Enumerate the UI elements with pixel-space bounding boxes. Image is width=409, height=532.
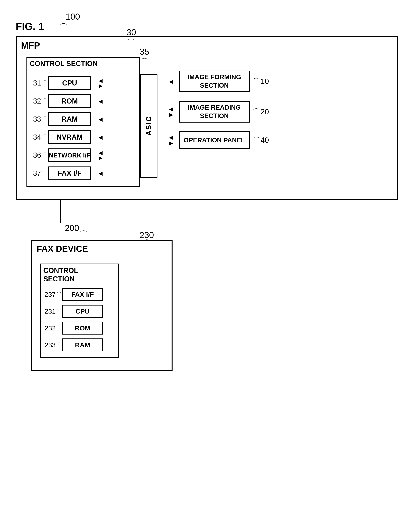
fax-control-section-box: CONTROL SECTION 237 ⌒ FAX I/F 231 ⌒ CPU … <box>40 263 119 358</box>
fax-cpu-box: CPU <box>62 305 103 318</box>
rom-row: 32 ⌒ ROM ◀ <box>30 94 137 108</box>
fax-fax-if-row: 237 ⌒ FAX I/F <box>44 288 115 301</box>
asic-box: ASIC <box>140 74 158 178</box>
ref-35: 35 <box>139 47 149 57</box>
page-container: FIG. 1 100 ⌒ MFP 30 ⌒ CONTROL SECTION 35… <box>16 12 393 371</box>
fax-control-label: CONTROL SECTION <box>43 266 78 283</box>
ref-33: 33 <box>30 115 41 123</box>
ref-10: 10 <box>260 77 269 86</box>
cpu-box: CPU <box>48 76 91 90</box>
ref-200: 200 <box>65 223 79 233</box>
fax-fax-if-box: FAX I/F <box>62 288 103 301</box>
mfp-label: MFP <box>21 40 40 51</box>
ref-34: 34 <box>30 133 41 141</box>
ref-100: 100 <box>65 12 80 22</box>
ref-36: 36 <box>30 151 41 159</box>
operation-panel-box: OPERATION PANEL <box>179 131 250 149</box>
ref-20: 20 <box>260 108 269 116</box>
control-section-label: CONTROL SECTION <box>30 60 98 68</box>
figure-label: FIG. 1 <box>16 21 44 32</box>
image-forming-box: IMAGE FORMING SECTION <box>179 71 250 92</box>
image-reading-box: IMAGE READING SECTION <box>179 101 250 122</box>
fax-rom-box: ROM <box>62 322 103 335</box>
network-row: 36 ⌒ NETWORK I/F ◀ ▶ <box>30 149 137 162</box>
fax-device-box: FAX DEVICE 230 ⌒ CONTROL SECTION 237 ⌒ F… <box>31 240 173 371</box>
mfp-box: MFP 30 ⌒ CONTROL SECTION 35 ⌒ 31 ⌒ <box>16 36 398 200</box>
ram-box: RAM <box>48 112 91 126</box>
control-section-box: CONTROL SECTION 35 ⌒ 31 ⌒ CPU ◀ <box>27 57 140 187</box>
nvram-box: NVRAM <box>48 131 91 144</box>
rom-box: ROM <box>48 94 91 108</box>
fax-rom-row: 232 ⌒ ROM <box>44 322 115 335</box>
network-box: NETWORK I/F <box>48 149 91 162</box>
fax-cpu-row: 231 ⌒ CPU <box>44 305 115 318</box>
ref-31: 31 <box>30 79 41 87</box>
ram-row: 33 ⌒ RAM ◀ <box>30 112 137 126</box>
fax-if-box: FAX I/F <box>48 167 91 180</box>
ref-40: 40 <box>260 136 269 145</box>
fax-device-label: FAX DEVICE <box>37 244 88 254</box>
ref-32: 32 <box>30 97 41 105</box>
fax-ram-box: RAM <box>62 338 103 351</box>
fax-if-row: 37 ⌒ FAX I/F ◀ <box>30 167 137 180</box>
ref-30: 30 <box>126 28 136 37</box>
ref-37: 37 <box>30 169 41 177</box>
fax-ram-row: 233 ⌒ RAM <box>44 338 115 351</box>
cpu-row: 31 ⌒ CPU ◀ ▶ <box>30 76 137 90</box>
nvram-row: 34 ⌒ NVRAM ◀ <box>30 131 137 144</box>
